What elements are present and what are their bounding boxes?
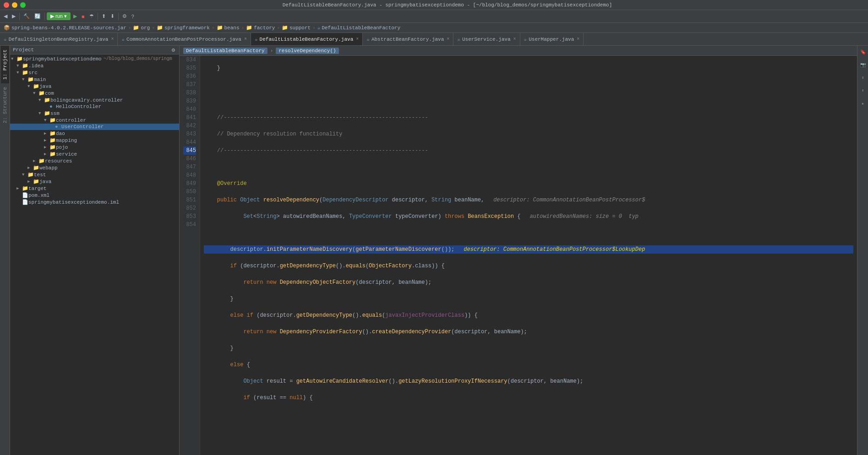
upload-icon[interactable]: ⬆ — [858, 86, 868, 95]
tree-java[interactable]: ▼ 📁 java — [10, 83, 179, 90]
breadcrumb-support[interactable]: 📁 support — [282, 25, 311, 31]
main-layout: 1: Project 2: Structure Project ⚙ ▼ 📁 sp… — [0, 46, 868, 455]
code-line-838: // Dependency resolution functionality — [204, 130, 853, 138]
debug-run-button[interactable]: ▶ — [71, 12, 79, 20]
tab-defaultsingleton[interactable]: ☕ DefaultSingletonBeanRegistry.java × — [0, 33, 118, 45]
code-line-846: if (descriptor.getDependencyType().equal… — [204, 262, 853, 270]
coverage-button[interactable]: ☂ — [87, 12, 96, 20]
favorites-icon[interactable]: ★ — [858, 99, 868, 108]
tab-usermapper[interactable]: ☕ UserMapper.java × — [520, 33, 584, 45]
breadcrumb-factory[interactable]: 📁 factory — [246, 25, 275, 31]
tree-arrow-root: ▼ — [11, 57, 16, 61]
right-side-icons: 🔖 📷 ⬇ ⬆ ★ — [857, 46, 868, 455]
run-button[interactable]: ▶ run ▾ — [47, 12, 71, 20]
breadcrumb-springframework[interactable]: 📁 springframework — [157, 25, 210, 31]
tree-main[interactable]: ▼ 📁 main — [10, 76, 179, 83]
project-toolbar-btn[interactable]: ⚙ — [170, 48, 176, 53]
bookmark-icon[interactable]: 🔖 — [858, 48, 868, 57]
forward-button[interactable]: ▶ — [10, 12, 17, 20]
tree-pojo[interactable]: ▶ 📁 pojo — [10, 144, 179, 151]
tab-close-2[interactable]: × — [244, 37, 247, 42]
tree-service[interactable]: ▶ 📁 service — [10, 151, 179, 157]
code-content[interactable]: } //------------------------------------… — [200, 56, 857, 455]
structure-tab[interactable]: 2: Structure — [1, 83, 9, 127]
folder-icon-dao: 📁 — [49, 130, 56, 136]
stop-button[interactable]: ■ — [80, 13, 87, 20]
folder-icon-idea: 📁 — [22, 63, 28, 69]
tree-iml[interactable]: 📄 springmybatisexceptiondemo.iml — [10, 199, 179, 206]
tree-webapp[interactable]: ▶ 📁 webapp — [10, 164, 179, 171]
vcs-button[interactable]: ⬆ — [100, 12, 108, 20]
tree-dao[interactable]: ▶ 📁 dao — [10, 130, 179, 137]
project-tree: ▼ 📁 springmybatisexceptiondemo ~/blog/bl… — [10, 54, 179, 455]
tab-close-5[interactable]: × — [513, 37, 516, 42]
tab-defaultlistable[interactable]: ☕ DefaultListableBeanFactory.java × — [251, 33, 363, 45]
tab-userservice[interactable]: ☕ UserService.java × — [453, 33, 520, 45]
tree-hellocontroller[interactable]: ● HelloController — [10, 103, 179, 110]
title-bar: DefaultListableBeanFactory.java - spring… — [0, 0, 868, 10]
tree-test[interactable]: ▼ 📁 test — [10, 171, 179, 178]
tree-arrow-mapping: ▶ — [44, 138, 49, 143]
breadcrumb-beans[interactable]: 📁 beans — [217, 25, 240, 31]
tree-arrow-tj: ▶ — [27, 179, 33, 184]
build-button[interactable]: 🔨 — [22, 12, 32, 20]
download-icon[interactable]: ⬇ — [858, 73, 868, 82]
minimize-button[interactable] — [12, 2, 17, 8]
sync-button[interactable]: 🔄 — [33, 12, 43, 20]
tree-mapping[interactable]: ▶ 📁 mapping — [10, 137, 179, 144]
project-panel: Project ⚙ ▼ 📁 springmybatisexceptiondemo… — [10, 46, 180, 455]
breadcrumb-org[interactable]: 📁 org — [133, 25, 150, 31]
breadcrumb-jar[interactable]: 📦 spring-beans-4.0.2.RELEASE-sources.jar — [4, 25, 126, 31]
code-line-853: Object result = getAutowireCandidateReso… — [204, 377, 853, 385]
tree-arrow-res: ▶ — [33, 158, 38, 163]
folder-icon-service: 📁 — [49, 151, 56, 157]
breadcrumb-class[interactable]: ☕ DefaultListableBeanFactory — [317, 25, 400, 31]
tree-usercontroller[interactable]: ● UserController — [10, 124, 179, 130]
fullscreen-button[interactable] — [20, 2, 26, 8]
update-button[interactable]: ⬇ — [109, 12, 116, 20]
back-button[interactable]: ◀ — [2, 12, 9, 20]
help-button[interactable]: ? — [130, 13, 136, 20]
folder-icon-mapping: 📁 — [49, 137, 56, 143]
settings-button[interactable]: ⚙ — [120, 12, 129, 20]
tab-close-4[interactable]: × — [447, 37, 449, 42]
code-line-850: return new DependencyProviderFactory().c… — [204, 328, 853, 336]
tab-icon-4: ☕ — [366, 36, 370, 42]
class-crumb[interactable]: DefaultListableBeanFactory — [183, 48, 267, 54]
method-crumb[interactable]: resolveDependency() — [276, 48, 338, 54]
tree-target[interactable]: ▶ 📁 target — [10, 185, 179, 192]
tab-commonannotation[interactable]: ☕ CommonAnnotationBeanPostProcessor.java… — [118, 33, 251, 45]
tree-pom[interactable]: 📄 pom.xml — [10, 192, 179, 199]
tree-arrow-com: ▼ — [33, 91, 38, 96]
tree-arrow-main: ▼ — [22, 77, 27, 82]
toolbar-separator-2 — [44, 12, 45, 21]
tab-close-1[interactable]: × — [111, 37, 114, 42]
tree-arrow-java: ▼ — [27, 84, 33, 89]
tree-arrow-service: ▶ — [44, 152, 49, 157]
tree-com[interactable]: ▼ 📁 com — [10, 90, 179, 97]
tree-test-java[interactable]: ▶ 📁 java — [10, 178, 179, 185]
folder-icon-ssm: 📁 — [44, 110, 50, 116]
tree-controller[interactable]: ▼ 📁 controller — [10, 117, 179, 124]
folder-icon-1: 📁 — [133, 25, 139, 31]
tab-close-3[interactable]: × — [356, 37, 359, 42]
code-editor[interactable]: 834 835 836 837 838 839 840 841 842 843 … — [180, 56, 857, 455]
camera-icon[interactable]: 📷 — [858, 60, 868, 70]
tree-idea[interactable]: ▼ 📁 .idea — [10, 62, 179, 69]
tab-close-6[interactable]: × — [577, 37, 579, 42]
project-header: Project ⚙ — [10, 46, 179, 54]
traffic-lights — [4, 2, 26, 8]
tab-abstractbean[interactable]: ☕ AbstractBeanFactory.java × — [363, 33, 453, 45]
code-line-845: descriptor.initParameterNameDiscovery(ge… — [204, 245, 853, 254]
folder-icon-ctrl: 📁 — [49, 117, 56, 123]
tree-item-root[interactable]: ▼ 📁 springmybatisexceptiondemo ~/blog/bl… — [10, 55, 179, 62]
tree-ssm[interactable]: ▼ 📁 ssm — [10, 110, 179, 117]
tree-arrow-ctrl: ▼ — [44, 118, 49, 123]
tree-src[interactable]: ▼ 📁 src — [10, 69, 179, 76]
tree-resources[interactable]: ▶ 📁 resources — [10, 157, 179, 164]
tree-arrow-pojo: ▶ — [44, 145, 49, 150]
project-tab[interactable]: 1: Project — [1, 46, 9, 83]
tree-boling[interactable]: ▼ 📁 bolingcavalry.controller — [10, 97, 179, 103]
tab-icon-3: ☕ — [255, 36, 258, 42]
close-button[interactable] — [4, 2, 9, 8]
